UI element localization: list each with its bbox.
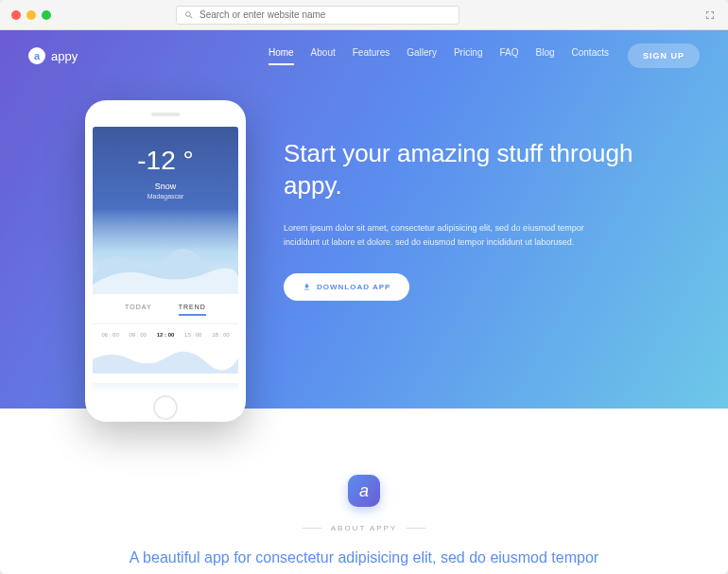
nav-about[interactable]: About — [311, 47, 336, 65]
nav-home[interactable]: Home — [269, 47, 294, 65]
minimize-window-button[interactable] — [26, 10, 36, 20]
download-button[interactable]: DOWNLOAD APP — [284, 273, 409, 301]
hero-description: Lorem ipsum dolor sit amet, consectetur … — [284, 221, 586, 251]
weather-bottom: TODAY TREND 06 : 00 09 : 00 12 : 00 15 :… — [93, 294, 238, 383]
weather-timeline: 06 : 00 09 : 00 12 : 00 15 : 00 18 : 00 — [93, 324, 238, 345]
nav-pricing[interactable]: Pricing — [454, 47, 483, 65]
nav-contacts[interactable]: Contacts — [572, 47, 609, 65]
page-content: a appy Home About Features Gallery Prici… — [0, 30, 728, 574]
nav-gallery[interactable]: Gallery — [407, 47, 437, 65]
hero-text: Start your amazing stuff through appy. L… — [246, 91, 671, 422]
hero-title: Start your amazing stuff through appy. — [284, 138, 671, 202]
weather-location: Madagascar — [93, 193, 238, 200]
expand-icon[interactable] — [703, 9, 717, 22]
browser-window: a appy Home About Features Gallery Prici… — [0, 0, 728, 574]
time-3: 15 : 00 — [184, 332, 201, 338]
search-icon — [184, 10, 194, 20]
download-icon — [303, 283, 311, 291]
weather-wave — [93, 345, 238, 374]
download-label: DOWNLOAD APP — [317, 283, 390, 291]
nav-blog[interactable]: Blog — [536, 47, 555, 65]
time-0: 06 : 00 — [101, 332, 118, 338]
logo[interactable]: a appy — [28, 47, 78, 64]
weather-illustration — [93, 209, 238, 294]
about-label: ABOUT APPY — [38, 524, 690, 532]
phone-home-button — [153, 395, 178, 420]
weather-tab-trend[interactable]: TREND — [179, 304, 206, 316]
main-nav: Home About Features Gallery Pricing FAQ … — [269, 47, 609, 65]
hero-body: -12 ° Snow Madagascar TOD — [0, 81, 728, 422]
weather-condition: Snow — [93, 182, 238, 191]
weather-tabs: TODAY TREND — [93, 304, 238, 324]
maximize-window-button[interactable] — [42, 10, 51, 20]
time-1: 09 : 00 — [130, 332, 147, 338]
window-controls — [11, 10, 51, 20]
weather-tab-today[interactable]: TODAY — [125, 304, 151, 316]
weather-display: -12 ° Snow Madagascar — [93, 127, 238, 209]
weather-temperature: -12 ° — [93, 146, 238, 176]
nav-features[interactable]: Features — [353, 47, 390, 65]
site-header: a appy Home About Features Gallery Prici… — [0, 30, 728, 81]
phone-screen: -12 ° Snow Madagascar TOD — [93, 127, 238, 393]
phone-mockup: -12 ° Snow Madagascar TOD — [85, 100, 246, 422]
about-icon: a — [348, 475, 380, 507]
time-4: 18 : 00 — [212, 332, 229, 338]
about-section: a ABOUT APPY A beautiful app for consect… — [0, 409, 728, 574]
address-bar[interactable] — [176, 6, 459, 25]
browser-chrome — [0, 0, 728, 30]
phone-speaker — [151, 113, 180, 116]
about-headline: A beautiful app for consectetur adipisic… — [118, 546, 610, 574]
time-2: 12 : 00 — [157, 332, 175, 338]
close-window-button[interactable] — [11, 10, 21, 20]
logo-mark: a — [28, 47, 45, 64]
hero-section: a appy Home About Features Gallery Prici… — [0, 30, 728, 409]
address-input[interactable] — [199, 9, 451, 20]
signup-button[interactable]: SIGN UP — [628, 43, 700, 68]
nav-faq[interactable]: FAQ — [499, 47, 518, 65]
logo-text: appy — [51, 49, 78, 63]
